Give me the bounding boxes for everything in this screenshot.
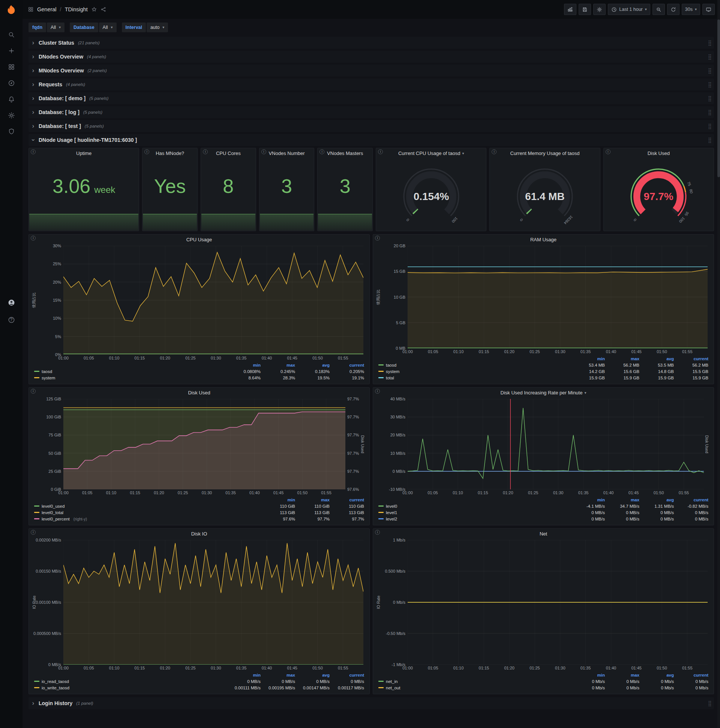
legend-col-min[interactable]: min: [261, 498, 295, 502]
refresh-button[interactable]: [667, 4, 679, 15]
legend-col-min[interactable]: min: [571, 356, 605, 361]
panel-title[interactable]: Disk Used ▾: [604, 148, 714, 158]
row-drag-handle-icon[interactable]: ⣿: [708, 109, 712, 115]
row-drag-handle-icon[interactable]: ⣿: [708, 95, 712, 101]
scrollbar-thumb[interactable]: [717, 20, 720, 177]
legend-series-name[interactable]: level0_total: [42, 510, 63, 515]
breadcrumb-dashboard-title[interactable]: TDinsight: [65, 6, 88, 12]
legend-col-avg[interactable]: avg: [295, 673, 329, 678]
panel-title[interactable]: Disk Used ▾: [29, 388, 369, 398]
sidebar-item-configuration[interactable]: [3, 109, 20, 121]
variable-label[interactable]: fqdn: [29, 23, 46, 32]
panel-info-icon[interactable]: i: [31, 530, 36, 535]
row-dnodes-overview[interactable]: › DNodes Overview (4 panels) ⣿: [29, 50, 714, 63]
panel-title[interactable]: Disk IO ▾: [29, 529, 369, 538]
row-drag-handle-icon[interactable]: ⣿: [708, 40, 712, 46]
panel-info-icon[interactable]: i: [31, 149, 36, 154]
legend-col-min[interactable]: min: [226, 673, 261, 678]
legend-col-current[interactable]: current: [329, 673, 364, 678]
plot-area[interactable]: [407, 246, 708, 348]
breadcrumb-folder[interactable]: General: [37, 6, 56, 12]
legend-series-name[interactable]: io_write_taosd: [42, 685, 69, 690]
panel-title[interactable]: CPU Usage ▾: [29, 234, 369, 244]
panel-title[interactable]: Disk Used Increasing Rate per Minute ▾: [373, 388, 714, 398]
legend-series-name[interactable]: level0_used: [42, 504, 64, 508]
legend-series-name[interactable]: taosd: [42, 369, 52, 374]
legend-col-current[interactable]: current: [329, 498, 364, 502]
panel-title[interactable]: Current CPU Usage of taosd ▾: [376, 148, 486, 158]
sidebar-item-explore[interactable]: [3, 77, 20, 89]
variable-label[interactable]: Database: [70, 23, 98, 32]
legend-col-max[interactable]: max: [605, 356, 639, 361]
panel-info-icon[interactable]: i: [31, 389, 36, 394]
variable-label[interactable]: Interval: [122, 23, 146, 32]
panel-info-icon[interactable]: i: [203, 149, 208, 154]
panel-title[interactable]: VNodes Number: [259, 148, 314, 158]
variable-value-dropdown[interactable]: auto ▾: [146, 23, 168, 32]
panel-info-icon[interactable]: i: [606, 149, 610, 154]
legend-col-max[interactable]: max: [605, 673, 639, 678]
row-requests[interactable]: › Requests (4 panels) ⣿: [29, 78, 714, 90]
legend-col-avg[interactable]: avg: [639, 673, 674, 678]
panel-info-icon[interactable]: i: [261, 149, 266, 154]
row-drag-handle-icon[interactable]: ⣿: [708, 123, 712, 129]
legend-series-name[interactable]: taosd: [386, 363, 397, 367]
time-range-picker[interactable]: Last 1 hour ▾: [608, 4, 650, 15]
row-drag-handle-icon[interactable]: ⣿: [708, 81, 712, 87]
legend-series-name[interactable]: total: [386, 376, 394, 380]
row-drag-handle-icon[interactable]: ⣿: [708, 67, 712, 73]
legend-series-name[interactable]: system: [386, 369, 400, 374]
panel-info-icon[interactable]: i: [31, 236, 36, 240]
plot-area[interactable]: [63, 540, 363, 665]
panel-title[interactable]: RAM Usage ▾: [373, 234, 714, 244]
plot-area[interactable]: [407, 540, 708, 665]
row-mnodes-overview[interactable]: › MNodes Overview (2 panels) ⣿: [29, 64, 714, 76]
legend-col-min[interactable]: min: [571, 498, 605, 502]
legend-col-current[interactable]: current: [674, 498, 708, 502]
row-drag-handle-icon[interactable]: ⣿: [708, 137, 712, 143]
legend-col-current[interactable]: current: [329, 363, 364, 367]
sidebar-item-create[interactable]: [3, 45, 20, 57]
panel-info-icon[interactable]: i: [378, 149, 383, 154]
row-database-demo[interactable]: › Database: [ demo ] (5 panels) ⣿: [29, 92, 714, 104]
sidebar-item-alerting[interactable]: [3, 93, 20, 105]
row-database-test[interactable]: › Database: [ test ] (5 panels) ⣿: [29, 120, 714, 132]
add-panel-button[interactable]: [564, 4, 577, 15]
legend-series-name[interactable]: io_read_taosd: [42, 679, 69, 684]
legend-col-max[interactable]: max: [605, 498, 639, 502]
legend-series-name[interactable]: net_in: [386, 679, 398, 684]
legend-series-name[interactable]: level0: [386, 504, 397, 508]
legend-col-avg[interactable]: avg: [639, 498, 674, 502]
scrollbar[interactable]: [717, 0, 720, 728]
sidebar-item-search[interactable]: [3, 29, 20, 41]
row-dnode-usage[interactable]: › DNode Usage [ huolinhe-TM1701:6030 ] ⣿: [29, 134, 714, 146]
save-dashboard-button[interactable]: [579, 4, 591, 15]
plot-area[interactable]: [63, 246, 363, 355]
panel-info-icon[interactable]: i: [375, 530, 380, 535]
zoom-out-button[interactable]: [653, 4, 665, 15]
panel-info-icon[interactable]: i: [375, 389, 380, 394]
dashboard-settings-button[interactable]: [593, 4, 606, 15]
legend-col-avg[interactable]: avg: [295, 363, 329, 367]
panel-info-icon[interactable]: i: [375, 236, 380, 240]
sidebar-item-dashboards[interactable]: [3, 61, 20, 73]
row-login-history[interactable]: › Login History (1 panel) ⣿: [29, 697, 714, 709]
variable-value-dropdown[interactable]: All ▾: [99, 23, 117, 32]
row-drag-handle-icon[interactable]: ⣿: [708, 700, 712, 706]
panel-title[interactable]: Uptime: [29, 148, 139, 158]
legend-col-min[interactable]: min: [226, 363, 261, 367]
legend-series-name[interactable]: level1: [386, 510, 397, 515]
refresh-interval-dropdown[interactable]: 30s ▾: [682, 4, 700, 15]
legend-col-current[interactable]: current: [674, 673, 708, 678]
grafana-logo[interactable]: [0, 0, 23, 20]
row-drag-handle-icon[interactable]: ⣿: [708, 54, 712, 60]
legend-col-max[interactable]: max: [295, 498, 329, 502]
variable-value-dropdown[interactable]: All ▾: [47, 23, 64, 32]
cycle-view-button[interactable]: [702, 4, 715, 15]
legend-series-name[interactable]: net_out: [386, 685, 400, 690]
row-database-log[interactable]: › Database: [ log ] (5 panels) ⣿: [29, 106, 714, 118]
panel-title[interactable]: Net ▾: [373, 529, 714, 538]
user-avatar[interactable]: [3, 297, 20, 309]
legend-col-max[interactable]: max: [261, 363, 295, 367]
help-button[interactable]: ?: [3, 314, 20, 326]
